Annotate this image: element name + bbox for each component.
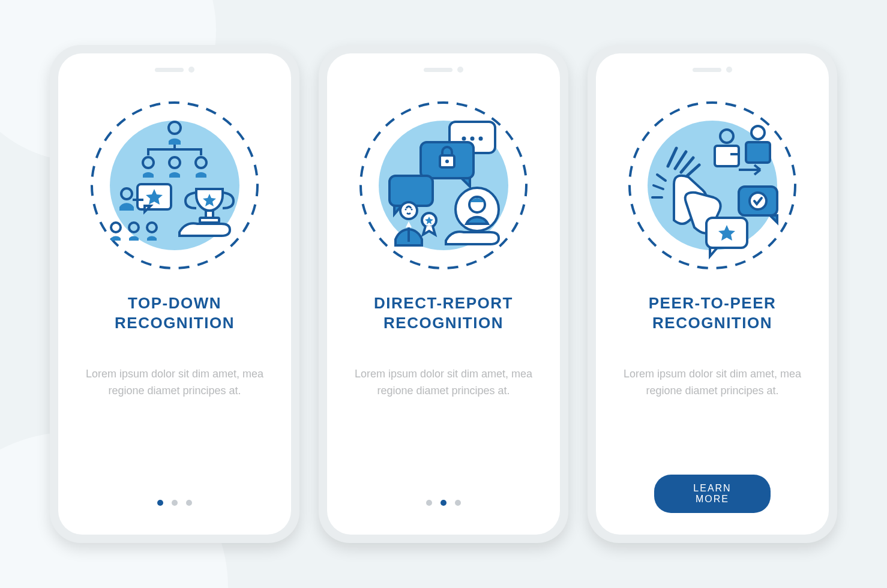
svg-point-39 <box>751 126 765 139</box>
svg-point-29 <box>405 209 407 211</box>
phone-notch <box>424 67 463 73</box>
pager-dot[interactable] <box>157 500 163 506</box>
svg-rect-38 <box>715 146 739 166</box>
screen: TOP-DOWN RECOGNITION Lorem ipsum dolor s… <box>58 53 291 535</box>
phone-notch <box>155 67 194 73</box>
svg-point-26 <box>445 160 449 163</box>
svg-rect-12 <box>133 199 143 201</box>
page-indicator <box>58 500 291 506</box>
page-indicator <box>327 500 560 506</box>
screen-title: DIRECT-REPORT RECOGNITION <box>374 293 513 332</box>
screen: PEER-TO-PEER RECOGNITION Lorem ipsum dol… <box>596 53 829 535</box>
learn-more-button[interactable]: LEARN MORE <box>654 475 771 513</box>
svg-point-21 <box>462 137 466 141</box>
phone-notch <box>693 67 732 73</box>
direct-report-recognition-illustration <box>353 95 534 275</box>
peer-to-peer-recognition-illustration <box>622 95 802 275</box>
screen-description: Lorem ipsum dolor sit dim amet, mea regi… <box>622 366 802 400</box>
svg-rect-5 <box>147 148 149 155</box>
phone-row: TOP-DOWN RECOGNITION Lorem ipsum dolor s… <box>0 0 887 588</box>
svg-rect-40 <box>746 142 770 163</box>
svg-rect-17 <box>200 218 219 223</box>
svg-rect-27 <box>389 176 433 206</box>
pager-dot[interactable] <box>186 500 192 506</box>
screen-description: Lorem ipsum dolor sit dim amet, mea regi… <box>353 366 534 400</box>
svg-point-23 <box>479 137 483 141</box>
screen: DIRECT-REPORT RECOGNITION Lorem ipsum do… <box>327 53 560 535</box>
phone-mockup-peer-to-peer: PEER-TO-PEER RECOGNITION Lorem ipsum dol… <box>588 45 837 543</box>
pager-dot[interactable] <box>440 500 447 506</box>
svg-point-28 <box>400 202 417 219</box>
svg-rect-6 <box>200 148 202 155</box>
phone-mockup-top-down: TOP-DOWN RECOGNITION Lorem ipsum dolor s… <box>50 45 299 543</box>
pager-dot[interactable] <box>172 500 178 506</box>
pager-dot[interactable] <box>455 500 461 506</box>
svg-rect-4 <box>173 145 176 151</box>
screen-title: PEER-TO-PEER RECOGNITION <box>649 293 777 332</box>
top-down-recognition-illustration <box>85 95 265 275</box>
svg-point-30 <box>411 209 413 211</box>
svg-rect-31 <box>407 227 410 242</box>
screen-description: Lorem ipsum dolor sit dim amet, mea regi… <box>85 366 265 400</box>
phone-mockup-direct-report: DIRECT-REPORT RECOGNITION Lorem ipsum do… <box>319 45 568 543</box>
pager-dot[interactable] <box>426 500 432 506</box>
svg-point-22 <box>471 137 475 141</box>
svg-point-13 <box>111 223 121 232</box>
screen-title: TOP-DOWN RECOGNITION <box>115 293 235 332</box>
